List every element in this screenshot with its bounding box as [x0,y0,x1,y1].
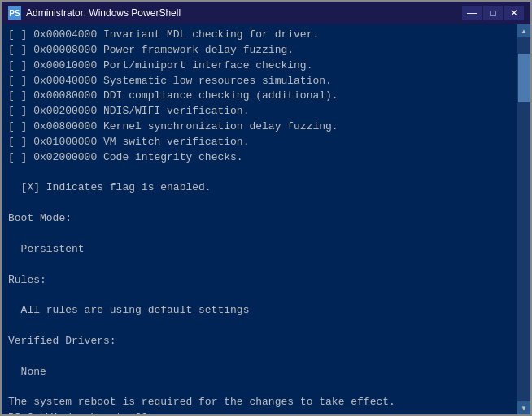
scroll-down-arrow[interactable]: ▼ [517,401,530,414]
console-output[interactable]: [ ] 0x00004000 Invariant MDL checking fo… [2,24,517,414]
window-title: Administrator: Windows PowerShell [26,7,181,19]
scroll-up-arrow[interactable]: ▲ [517,24,530,37]
window-controls: — □ ✕ [462,6,524,20]
scrollbar-thumb[interactable] [518,54,530,102]
title-bar-left: PS Administrator: Windows PowerShell [8,6,181,20]
powershell-window: PS Administrator: Windows PowerShell — □… [0,0,532,416]
scrollbar[interactable]: ▲ ▼ [517,24,530,414]
console-area: [ ] 0x00004000 Invariant MDL checking fo… [2,24,530,414]
maximize-button[interactable]: □ [483,6,503,20]
close-button[interactable]: ✕ [504,6,524,20]
powershell-icon: PS [8,6,21,20]
title-bar: PS Administrator: Windows PowerShell — □… [2,2,530,24]
minimize-button[interactable]: — [462,6,482,20]
